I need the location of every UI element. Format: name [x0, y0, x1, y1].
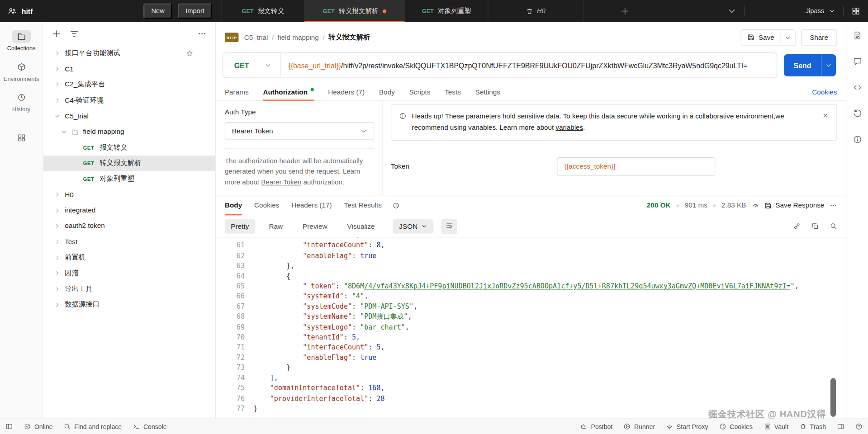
send-button[interactable]: Send	[784, 54, 836, 76]
format-tab[interactable]: Preview	[297, 219, 333, 233]
wrap-text-button[interactable]	[441, 218, 457, 234]
scrollbar-thumb[interactable]	[830, 378, 836, 417]
token-input[interactable]: {{access_token}}	[557, 157, 715, 176]
format-tab[interactable]: Pretty	[225, 219, 255, 233]
copy-icon[interactable]	[811, 222, 819, 230]
send-options-button[interactable]	[821, 54, 836, 76]
tree-item[interactable]: 数据源接口	[43, 297, 215, 313]
method-selector[interactable]: GET	[223, 53, 280, 78]
environment-quick-look-icon[interactable]	[851, 7, 860, 16]
add-collection-button[interactable]	[52, 29, 61, 38]
filter-icon[interactable]	[70, 29, 79, 38]
tree-item-request[interactable]: GET对象列重塑	[43, 171, 215, 187]
rail-item-history[interactable]: History	[0, 89, 43, 115]
cookies-link[interactable]: Cookies	[812, 88, 837, 96]
network-info-icon[interactable]	[752, 202, 759, 209]
response-tab[interactable]: Test Results	[344, 195, 382, 215]
restore-icon[interactable]	[853, 109, 862, 118]
tree-item-request[interactable]: GET报文转义	[43, 140, 215, 156]
format-type-select[interactable]: JSON	[393, 219, 434, 233]
statusbar-cookies[interactable]: Cookies	[719, 423, 753, 430]
search-response-icon[interactable]	[830, 222, 837, 230]
breadcrumb-collection[interactable]: C5_trial	[244, 33, 268, 41]
link-icon[interactable]	[793, 222, 801, 230]
documentation-icon[interactable]	[853, 31, 862, 40]
save-response-button[interactable]: Save Response	[764, 202, 825, 209]
tab-overflow-icon[interactable]	[727, 7, 736, 16]
statusbar-panel[interactable]	[837, 423, 844, 430]
star-icon[interactable]	[186, 50, 193, 57]
tree-item[interactable]: integrated	[43, 203, 215, 218]
statusbar-find-and-replace[interactable]: Find and replace	[64, 423, 122, 430]
request-tab[interactable]: Authorization	[263, 84, 313, 100]
line-number: 70	[216, 332, 245, 343]
request-tab[interactable]: Settings	[475, 84, 500, 100]
tree-item[interactable]: 接口平台功能测试	[43, 45, 215, 61]
tree-item[interactable]: 前置机	[43, 250, 215, 265]
workspace-switcher[interactable]: hitf	[0, 7, 33, 16]
tree-item[interactable]: C2_集成平台	[43, 77, 215, 93]
variables-link[interactable]: variables	[555, 123, 583, 131]
tab-title: 报文转义	[257, 6, 284, 16]
save-options-button[interactable]	[780, 30, 795, 45]
tree-item[interactable]: C1	[43, 61, 215, 77]
info-icon[interactable]	[853, 135, 862, 144]
statusbar-online[interactable]: Online	[24, 423, 53, 430]
new-button[interactable]: New	[143, 3, 172, 19]
tree-item[interactable]: C4-验证环境	[43, 93, 215, 108]
response-tab[interactable]: Headers (17)	[291, 195, 332, 215]
rail-item-more[interactable]	[0, 129, 43, 146]
response-more-icon[interactable]	[830, 202, 837, 209]
response-code[interactable]: 60 "tenantId": 4,61 "interfaceCount": 8,…	[216, 237, 846, 418]
statusbar-console[interactable]: Console	[133, 423, 167, 430]
chevron-down-icon	[829, 8, 835, 14]
comments-icon[interactable]	[853, 57, 862, 66]
tree-item-request[interactable]: GET转义报文解析	[43, 156, 215, 171]
request-tab[interactable]: Params	[225, 84, 249, 100]
statusbar-help[interactable]	[855, 423, 863, 430]
share-button[interactable]: Share	[801, 29, 837, 46]
tree-item[interactable]: H0	[43, 187, 215, 203]
breadcrumb-folder[interactable]: field mapping	[278, 33, 319, 41]
trash-icon	[799, 423, 806, 430]
auth-type-select[interactable]: Bearer Token	[225, 123, 374, 140]
new-tab-button[interactable]	[621, 7, 630, 16]
tree-item[interactable]: field mapping	[43, 124, 215, 140]
format-tab[interactable]: Raw	[263, 219, 289, 233]
statusbar-postbot[interactable]: Postbot	[580, 423, 612, 430]
statusbar-runner[interactable]: Runner	[624, 423, 655, 430]
format-tab[interactable]: Visualize	[341, 219, 381, 233]
response-tab[interactable]: Cookies	[254, 195, 279, 215]
tree-item[interactable]: C5_trial	[43, 108, 215, 124]
bearer-token-link[interactable]: Bearer Token	[261, 178, 301, 186]
code-snippet-icon[interactable]	[853, 83, 862, 92]
save-button[interactable]: Save	[741, 29, 796, 46]
topbar-tab[interactable]: H0	[488, 0, 583, 22]
close-icon[interactable]	[822, 113, 829, 119]
statusbar-start-proxy[interactable]: Start Proxy	[666, 423, 708, 430]
tree-item[interactable]: 导出工具	[43, 281, 215, 297]
topbar-tab[interactable]: GET对象列重塑	[405, 0, 489, 22]
statusbar-vault[interactable]: Vault	[764, 423, 788, 430]
response-tab[interactable]: Body	[225, 195, 242, 215]
rail-item-collections[interactable]: Collections	[0, 28, 43, 54]
environment-selector[interactable]: Jipass	[752, 7, 835, 15]
tree-item[interactable]: oauth2 token	[43, 218, 215, 234]
topbar-tab[interactable]: GET报文转义	[222, 0, 305, 22]
statusbar-sidebar-toggle[interactable]	[5, 423, 13, 430]
auth-fields-column: Heads up! These parameters hold sensitiv…	[391, 101, 837, 176]
tree-item[interactable]: 因潽	[43, 265, 215, 281]
response-history-icon[interactable]	[393, 202, 400, 209]
tree-item[interactable]: Test	[43, 234, 215, 250]
request-tab[interactable]: Body	[379, 84, 395, 100]
import-button[interactable]: Import	[178, 3, 212, 19]
request-tab[interactable]: Tests	[445, 84, 461, 100]
url-input[interactable]: {{base_url_trial}} /hitf/v2p/rest/invoke…	[280, 53, 777, 78]
topbar-tab[interactable]: GET转义报文解析	[304, 0, 405, 22]
request-tab[interactable]: Headers (7)	[328, 84, 365, 100]
statusbar-trash[interactable]: Trash	[799, 423, 826, 430]
sidebar-more-icon[interactable]	[198, 29, 207, 38]
rail-item-environments[interactable]: Environments	[0, 58, 43, 85]
vault-icon	[764, 423, 771, 430]
request-tab[interactable]: Scripts	[409, 84, 431, 100]
